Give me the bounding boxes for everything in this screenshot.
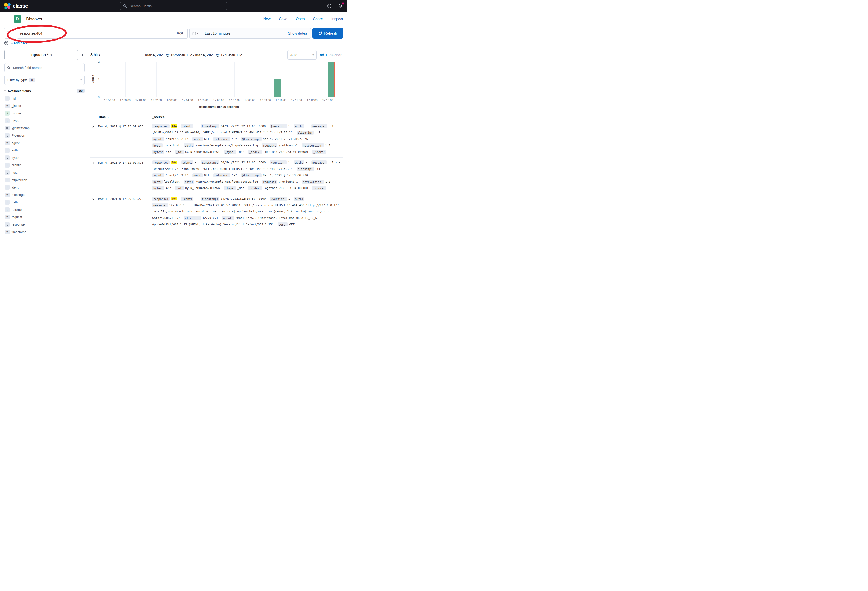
elastic-logo[interactable]: elastic bbox=[4, 3, 28, 9]
field-item-agent[interactable]: tagent bbox=[4, 139, 84, 147]
add-filter-link[interactable]: + Add filter bbox=[11, 41, 27, 45]
global-search-input[interactable] bbox=[129, 4, 224, 8]
menu-icon[interactable] bbox=[4, 17, 10, 21]
source-field-value: ::1 bbox=[315, 167, 320, 170]
source-field-badge: @timestamp: bbox=[241, 173, 261, 177]
global-header: elastic bbox=[0, 0, 347, 12]
interval-select[interactable]: Auto ▾ bbox=[288, 50, 317, 59]
field-item-_id[interactable]: t_id bbox=[4, 95, 84, 102]
query-input[interactable] bbox=[17, 31, 174, 35]
source-field-value: - bbox=[306, 124, 307, 128]
refresh-button[interactable]: Refresh bbox=[313, 28, 343, 38]
field-item-auth[interactable]: tauth bbox=[4, 147, 84, 154]
source-field-badge: _score: bbox=[312, 186, 326, 190]
x-tick-label: 17:13:00 bbox=[322, 99, 333, 102]
x-tick-label: 17:08:00 bbox=[244, 99, 255, 102]
expand-row-icon[interactable] bbox=[90, 159, 98, 191]
sort-descending-icon: ▼ bbox=[107, 116, 109, 118]
field-item-message[interactable]: tmessage bbox=[4, 191, 84, 199]
source-field-badge: bytes: bbox=[152, 150, 164, 154]
source-field-value: - bbox=[328, 150, 329, 154]
nav-action-open[interactable]: Open bbox=[296, 17, 304, 21]
histogram-bar-17:09:30[interactable] bbox=[273, 80, 280, 97]
available-fields-toggle[interactable]: ▾ Available fields 20 bbox=[4, 89, 84, 93]
source-field-badge: _type: bbox=[224, 150, 236, 154]
source-field-badge: referrer: bbox=[213, 137, 230, 141]
saved-query-menu-button[interactable]: ▾ bbox=[4, 28, 15, 38]
field-name: path bbox=[12, 201, 18, 204]
field-item-bytes[interactable]: tbytes bbox=[4, 154, 84, 162]
alerts-bell-icon[interactable] bbox=[338, 3, 343, 9]
help-icon[interactable] bbox=[327, 3, 332, 9]
row-time: Mar 4, 2021 @ 17:13:06.870 bbox=[98, 159, 152, 191]
filter-by-type-label: Filter by type bbox=[7, 78, 27, 82]
field-item-request[interactable]: trequest bbox=[4, 213, 84, 221]
x-tick-label: 17:09:00 bbox=[260, 99, 271, 102]
field-item-clientip[interactable]: tclientip bbox=[4, 162, 84, 169]
nav-action-new[interactable]: New bbox=[263, 17, 271, 21]
field-type-text-icon: t bbox=[5, 96, 9, 101]
source-field-badge: verb: bbox=[278, 222, 288, 226]
time-range-value[interactable]: Last 15 minutes bbox=[201, 31, 234, 35]
field-search-input[interactable] bbox=[12, 65, 82, 70]
nav-action-share[interactable]: Share bbox=[313, 17, 323, 21]
filter-by-type-count: 0 bbox=[29, 78, 35, 82]
global-search[interactable] bbox=[120, 2, 227, 10]
field-item-_type[interactable]: t_type bbox=[4, 117, 84, 125]
field-name: referrer bbox=[12, 208, 22, 211]
index-pattern-select[interactable]: logstash-* ▾ bbox=[4, 50, 78, 60]
field-type-text-icon: t bbox=[5, 222, 9, 227]
date-quick-select-button[interactable]: ▾ bbox=[190, 28, 201, 38]
source-field-badge: response: bbox=[152, 124, 170, 128]
field-name: @timestamp bbox=[12, 126, 30, 130]
source-field-value: ::1 bbox=[315, 131, 320, 134]
expand-row-icon[interactable] bbox=[90, 123, 98, 155]
field-type-text-icon: t bbox=[5, 118, 9, 123]
nav-action-inspect[interactable]: Inspect bbox=[331, 17, 343, 21]
collapse-sidebar-icon[interactable] bbox=[81, 53, 84, 57]
hide-chart-link[interactable]: Hide chart bbox=[320, 53, 342, 57]
y-tick-label: 2 bbox=[98, 60, 100, 63]
source-field-badge: timestamp: bbox=[201, 161, 219, 164]
source-field-badge: clientip: bbox=[297, 131, 314, 134]
field-item-referrer[interactable]: treferrer bbox=[4, 206, 84, 214]
source-field-badge: @version: bbox=[270, 124, 287, 128]
field-type-text-icon: t bbox=[5, 133, 9, 138]
source-field-badge: path: bbox=[184, 143, 194, 148]
field-name: @version bbox=[12, 134, 25, 137]
field-item-timestamp[interactable]: ttimestamp bbox=[4, 228, 84, 236]
hide-chart-label: Hide chart bbox=[326, 53, 342, 57]
source-field-value: - bbox=[306, 197, 307, 200]
x-tick-label: 17:00:00 bbox=[120, 99, 131, 102]
field-item-@version[interactable]: t@version bbox=[4, 132, 84, 139]
field-item-response[interactable]: tresponse bbox=[4, 221, 84, 228]
field-item-path[interactable]: tpath bbox=[4, 198, 84, 206]
field-item-_score[interactable]: #_score bbox=[4, 109, 84, 117]
time-column-header[interactable]: Time ▼ bbox=[98, 115, 152, 119]
field-item-@timestamp[interactable]: ▦@timestamp bbox=[4, 124, 84, 132]
source-field-value: 432 bbox=[166, 186, 171, 190]
field-item-httpversion[interactable]: thttpversion bbox=[4, 176, 84, 184]
field-type-text-icon: t bbox=[5, 170, 9, 175]
field-name: request bbox=[12, 216, 22, 219]
source-field-badge: agent: bbox=[152, 137, 164, 141]
histogram-plot-area[interactable] bbox=[102, 62, 335, 97]
source-field-value: _doc bbox=[237, 150, 244, 154]
field-item-ident[interactable]: tident bbox=[4, 184, 84, 191]
source-field-value: localhost bbox=[164, 144, 180, 147]
content: logstash-* ▾ bbox=[0, 47, 347, 236]
source-field-value: 127.0.0.1 bbox=[202, 216, 218, 220]
histogram-bar-17:13:00[interactable] bbox=[328, 62, 335, 97]
nav-action-save[interactable]: Save bbox=[279, 17, 288, 21]
field-item-host[interactable]: thost bbox=[4, 169, 84, 176]
field-name: _id bbox=[12, 97, 16, 100]
show-dates-link[interactable]: Show dates bbox=[288, 31, 310, 35]
field-name: _index bbox=[12, 104, 21, 108]
expand-row-icon[interactable] bbox=[90, 195, 98, 228]
field-item-_index[interactable]: t_index bbox=[4, 102, 84, 110]
filter-icon[interactable] bbox=[4, 41, 9, 45]
kql-language-button[interactable]: KQL bbox=[174, 28, 187, 38]
space-avatar[interactable]: D bbox=[14, 15, 21, 23]
filter-by-type-select[interactable]: Filter by type 0 ▾ bbox=[4, 75, 84, 85]
source-field-badge: message: bbox=[152, 203, 168, 207]
